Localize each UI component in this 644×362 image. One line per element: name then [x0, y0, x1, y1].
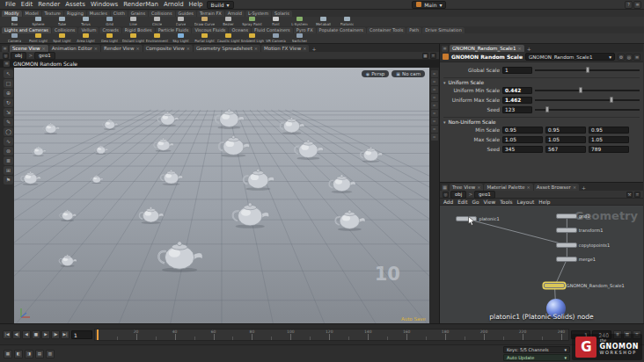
rotate-icon[interactable]: ↻: [4, 98, 13, 107]
network-menu-edit[interactable]: Edit: [457, 199, 467, 205]
shelf-tool-box[interactable]: Box: [3, 17, 26, 26]
pane-tab-animation-editor[interactable]: Animation Editor×: [49, 45, 100, 52]
shelf-tool-spot-light[interactable]: Spot Light: [50, 33, 74, 43]
shelf-tab-collisions[interactable]: Collisions: [149, 11, 175, 17]
slider-handle[interactable]: [545, 106, 549, 112]
close-icon[interactable]: ×: [42, 46, 46, 51]
view-option-icon[interactable]: ▫: [431, 126, 438, 133]
teapot-object[interactable]: [229, 199, 273, 228]
shelf-tab-grains[interactable]: Grains: [128, 11, 148, 17]
shelf-tab-texture[interactable]: Texture: [42, 11, 63, 17]
view-type-pill[interactable]: ◉ Persp: [362, 70, 390, 77]
shelf-tab-rigid-bodies[interactable]: Rigid Bodies: [122, 27, 155, 33]
scale-icon[interactable]: ⇲: [4, 108, 13, 117]
teapot-object[interactable]: [100, 117, 119, 129]
gear-icon[interactable]: ⚙: [618, 54, 625, 61]
shelf-tab-path[interactable]: Path: [406, 27, 421, 33]
jump-end-button[interactable]: ▶|: [61, 330, 70, 339]
circle-tool-icon[interactable]: ◯: [4, 127, 13, 136]
network-menu-help[interactable]: Help: [538, 199, 550, 205]
lock-icon[interactable]: ▦: [422, 53, 428, 59]
menu-arnold[interactable]: Arnold: [161, 1, 187, 8]
shelf-tab-cloth[interactable]: Cloth: [111, 11, 128, 17]
menu-icon[interactable]: ≡: [633, 54, 640, 61]
node-gnomon-random-scale1[interactable]: GNOMON_Random_Scale1: [544, 283, 625, 288]
node-copytopoints1[interactable]: copytopoints1: [556, 243, 611, 248]
current-frame-field[interactable]: 1: [71, 330, 92, 339]
add-tab-icon[interactable]: +: [525, 46, 533, 52]
shelf-tool-l-system[interactable]: L-System: [288, 17, 311, 26]
keys-dropdown[interactable]: Keys: 5/5 Channels ▾: [503, 346, 570, 353]
slider-handle[interactable]: [610, 97, 613, 103]
shelf-tool-draw-curve[interactable]: Draw Curve: [193, 17, 216, 26]
close-icon[interactable]: ×: [527, 185, 531, 190]
rows-layout-icon[interactable]: ▤: [35, 350, 44, 358]
grid-toggle-icon[interactable]: ⊞: [4, 166, 13, 175]
desktop-select[interactable]: Build ▾: [207, 1, 234, 9]
shelf-tab-guides[interactable]: Guides: [176, 11, 196, 17]
teapot-object[interactable]: [326, 172, 358, 193]
pin-icon[interactable]: ◎: [3, 53, 9, 59]
help-icon[interactable]: ?: [625, 1, 633, 9]
network-menu-go[interactable]: Go: [472, 199, 479, 205]
split-right-icon[interactable]: ◨: [25, 350, 33, 358]
shelf-tool-environment-light[interactable]: Environment Light: [145, 33, 169, 43]
slider-handle[interactable]: [579, 87, 582, 93]
snap-icon[interactable]: ⊚: [4, 147, 13, 156]
shelf-tool-sky-light[interactable]: Sky Light: [169, 33, 193, 43]
teapot-object[interactable]: [57, 253, 78, 267]
teapot-object[interactable]: [93, 141, 109, 152]
menu-edit[interactable]: Edit: [18, 1, 36, 8]
teapot-object[interactable]: [155, 110, 180, 127]
shelf-tab-populate-containers[interactable]: Populate Containers: [317, 27, 366, 33]
shelf-tool-caustic-light[interactable]: Caustic Light: [216, 33, 240, 43]
pin-icon[interactable]: ◎: [443, 192, 449, 198]
shelf-tab-solaris[interactable]: Solaris: [272, 11, 292, 17]
max-scale-z-field[interactable]: 1.05: [589, 136, 629, 143]
node-shape[interactable]: [556, 214, 577, 219]
max-scale-y-field[interactable]: 1.05: [545, 136, 586, 143]
play-reverse-button[interactable]: ◀: [22, 330, 31, 339]
translate-icon[interactable]: ⊕: [4, 89, 13, 98]
uniform-max-field[interactable]: 1.462: [502, 97, 532, 104]
shelfset-select[interactable]: Main ▾: [412, 1, 446, 9]
shelf-tab-lights-and-cameras[interactable]: Lights and Cameras: [2, 27, 51, 33]
teapot-object[interactable]: [333, 207, 369, 231]
menu-renderman[interactable]: RenderMan: [121, 1, 161, 8]
path-context-chip[interactable]: obj: [11, 52, 26, 60]
stop-button[interactable]: ■: [32, 330, 40, 339]
shelf-tool-bezier[interactable]: Bezier: [216, 17, 240, 26]
path-node-chip[interactable]: geo1: [474, 191, 495, 199]
path-context-chip[interactable]: obj: [450, 191, 466, 199]
param-node-name-field[interactable]: GNOMON_Random_Scale1 ▾: [525, 53, 615, 61]
shelf-tab-oceans[interactable]: Oceans: [229, 27, 251, 33]
network-menu-add[interactable]: Add: [443, 199, 453, 205]
pane-tab-composite-view[interactable]: Composite View×: [143, 45, 193, 52]
teapot-object[interactable]: [278, 115, 307, 134]
uniform-scale-section[interactable]: ▾ Uniform Scale: [443, 77, 640, 85]
slider-handle[interactable]: [586, 67, 589, 73]
teapot-object[interactable]: [90, 170, 105, 180]
playhead[interactable]: [97, 329, 99, 340]
close-icon[interactable]: ×: [477, 185, 480, 190]
shelf-tab-fluid-containers[interactable]: Fluid Containers: [252, 27, 293, 33]
uniform-min-field[interactable]: 0.442: [502, 87, 532, 94]
network-tab-asset-browser[interactable]: Asset Browser×: [534, 184, 579, 191]
menu-assets[interactable]: Assets: [62, 1, 88, 8]
add-tab-icon[interactable]: +: [580, 185, 588, 191]
network-menu-view[interactable]: View: [484, 199, 496, 205]
teapot-object[interactable]: [213, 106, 247, 129]
shelf-tool-vr-camera[interactable]: VR Camera: [264, 33, 288, 43]
node-merge1[interactable]: merge1: [556, 257, 596, 262]
shelf-tab-terrain-fx[interactable]: Terrain FX: [197, 11, 224, 17]
shelf-tab-container-tools[interactable]: Container Tools: [367, 27, 406, 33]
shelf-tab-l-system[interactable]: L-System: [245, 11, 271, 17]
path-node-chip[interactable]: geo1: [34, 52, 55, 60]
shelf-tool-sphere[interactable]: Sphere: [26, 17, 50, 26]
shelf-tool-spray-paint[interactable]: Spray Paint: [240, 17, 264, 26]
shelf-tab-rigging[interactable]: Rigging: [64, 11, 86, 17]
shelf-tool-area-light[interactable]: Area Light: [74, 33, 98, 43]
node-shape[interactable]: [556, 243, 577, 248]
curve-tool-icon[interactable]: ∿: [4, 137, 13, 146]
param-tab[interactable]: GNOMON_Random_Scale1 ×: [450, 45, 524, 52]
